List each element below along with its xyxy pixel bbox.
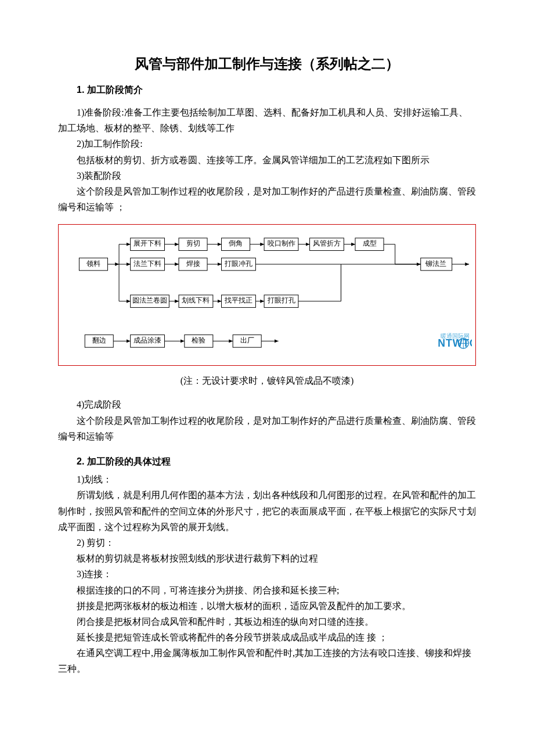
- flow-box: 成品涂漆: [134, 337, 161, 344]
- flow-box: 风管折方: [313, 240, 341, 248]
- s2-p6: 根据连接的口的不同，可将连接分为拼接、闭合接和延长接三种;: [58, 582, 476, 598]
- s2-p5: 3)连接：: [58, 566, 476, 582]
- s1-p4: 3)装配阶段: [58, 168, 476, 183]
- flow-box: 铆法兰: [425, 260, 446, 268]
- flow-box: 焊接: [186, 260, 200, 268]
- flow-box: 打眼冲孔: [224, 260, 252, 268]
- page-title: 风管与部件加工制作与连接（系列帖之二）: [58, 52, 476, 76]
- s2-p9: 延长接是把短管连成长管或将配件的各分段节拼装成成品或半成品的连 接 ；: [58, 629, 476, 645]
- flow-box: 倒角: [229, 240, 243, 248]
- flow-box: 检验: [192, 337, 205, 344]
- s2-p3: 2) 剪切：: [58, 535, 476, 550]
- s1-p1: 1)准备阶段:准备工作主要包括绘制加工草图、选料、配备好加工机具和人员、安排好运…: [58, 105, 476, 136]
- s1-p2: 2)加工制作阶段:: [58, 136, 476, 152]
- flow-box: 划线下料: [182, 297, 210, 305]
- s1-p5: 这个阶段是风管加工制作过程的收尾阶段，是对加工制作好的产品进行质量检查、刷油防腐…: [58, 183, 476, 215]
- document-page: 风管与部件加工制作与连接（系列帖之二） 1. 加工阶段简介 1)准备阶段:准备工…: [0, 0, 534, 756]
- s2-p2: 所谓划线，就是利用几何作图的基本方法，划出各种线段和几何图形的过程。在风管和配件…: [58, 487, 476, 535]
- s2-p7: 拼接是把两张板材的板边相连，以增大板材的面积，适应风管及配件的加工要求。: [58, 598, 476, 614]
- section1-heading: 1. 加工阶段简介: [58, 82, 476, 98]
- flow-box: 领料: [86, 260, 100, 268]
- s1-p3: 包括板材的剪切、折方或卷圆、连接等工序。金属风管详细加工的工艺流程如下图所示: [58, 152, 476, 168]
- flow-box: 出厂: [240, 337, 254, 344]
- s2-p1: 1)划线：: [58, 471, 476, 487]
- flowchart-svg: 展开下料 剪切 倒角 咬口制作 风管折方 成型 领料 法兰下料 焊接 打眼冲孔 …: [62, 228, 472, 362]
- s2-p10: 在通风空调工程中,用金属薄板加工制作风管和配件时,其加工连接的方法有咬口连接、铆…: [58, 645, 476, 676]
- s2-p4: 板材的剪切就是将板材按照划线的形状进行裁剪下料的过程: [58, 550, 476, 566]
- flow-box: 翻边: [92, 337, 106, 344]
- process-flow-diagram: 展开下料 剪切 倒角 咬口制作 风管折方 成型 领料 法兰下料 焊接 打眼冲孔 …: [58, 224, 476, 366]
- s2-p8: 闭合接是把板材同合成风管和配件时，其板边相连的纵向对口缝的连接。: [58, 614, 476, 629]
- flow-box: 法兰下料: [134, 260, 161, 268]
- s1b-p1: 4)完成阶段: [58, 397, 476, 412]
- section2-heading: 2. 加工阶段的具体过程: [58, 453, 476, 469]
- flow-box: 打眼打孔: [267, 297, 295, 305]
- flow-box: 咬口制作: [268, 240, 295, 248]
- diagram-note: (注：无设计要求时，镀锌风管成品不喷漆): [58, 373, 476, 388]
- flow-box: 找平找正: [224, 297, 252, 305]
- flow-box: 圆法兰卷圆: [132, 297, 167, 305]
- flow-box: 展开下料: [134, 240, 161, 248]
- flow-box: 剪切: [186, 240, 200, 248]
- flow-box: 成型: [363, 240, 377, 248]
- s1b-p2: 这个阶段是风管加工制作过程的收尾阶段，是对加工制作好的产品进行质量检查、刷油防腐…: [58, 413, 476, 444]
